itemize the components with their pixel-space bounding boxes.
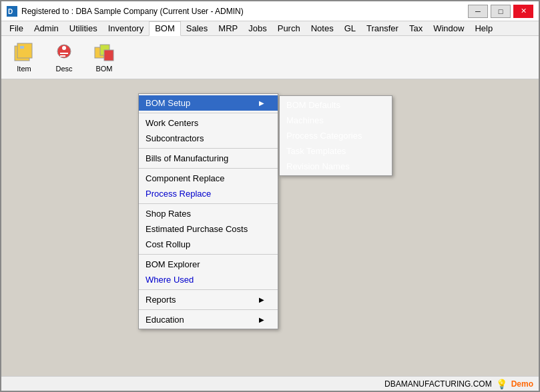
work-centers-label: Work Centers — [146, 118, 198, 128]
task-templates-item[interactable]: Task Templates — [280, 143, 392, 159]
separator-3 — [139, 168, 278, 169]
bom-defaults-item[interactable]: BOM Defaults — [280, 97, 392, 113]
bom-explorer-item[interactable]: BOM Explorer — [139, 257, 278, 272]
work-centers-item[interactable]: Work Centers — [139, 115, 278, 131]
menu-mrp[interactable]: MRP — [213, 21, 243, 36]
cost-rollup-item[interactable]: Cost Rollup — [139, 237, 278, 252]
bills-of-manufacturing-label: Bills of Manufacturing — [146, 153, 228, 163]
item-label: Item — [17, 65, 31, 73]
estimated-purchase-costs-label: Estimated Purchase Costs — [146, 224, 248, 234]
education-arrow: ▶ — [259, 316, 264, 323]
where-used-label: Where Used — [146, 275, 194, 285]
shop-rates-label: Shop Rates — [146, 209, 191, 219]
title-bar: D Registered to : DBA Sample Company (Cu… — [1, 1, 539, 21]
process-categories-label: Process Categories — [286, 131, 362, 141]
component-replace-item[interactable]: Component Replace — [139, 171, 278, 186]
bom-defaults-label: BOM Defaults — [286, 100, 340, 110]
process-replace-label: Process Replace — [146, 189, 211, 199]
app-icon: D — [7, 6, 17, 17]
toolbar: Item Desc BOM — [1, 36, 539, 79]
menu-notes[interactable]: Notes — [306, 21, 339, 36]
subcontractors-item[interactable]: Subcontractors — [139, 131, 278, 146]
task-templates-label: Task Templates — [286, 146, 346, 156]
title-text: Registered to : DBA Sample Company (Curr… — [21, 7, 244, 16]
separator-5 — [139, 254, 278, 255]
revision-names-item[interactable]: Revision Names — [280, 159, 392, 174]
menu-window[interactable]: Window — [428, 21, 469, 36]
separator-4 — [139, 203, 278, 204]
svg-rect-11 — [104, 50, 113, 61]
education-label: Education — [146, 315, 184, 325]
separator-7 — [139, 309, 278, 310]
maximize-button[interactable]: □ — [491, 5, 511, 18]
cost-rollup-label: Cost Rollup — [146, 239, 190, 249]
education-item[interactable]: Education ▶ — [139, 312, 278, 327]
svg-text:D: D — [8, 8, 13, 15]
status-bar: DBAMANUFACTURING.COM 💡 Demo — [1, 376, 539, 391]
menu-inventory[interactable]: Inventory — [103, 21, 149, 36]
menu-utilities[interactable]: Utilities — [64, 21, 103, 36]
desc-label: Desc — [55, 65, 72, 73]
shop-rates-item[interactable]: Shop Rates — [139, 206, 278, 221]
svg-rect-4 — [20, 46, 24, 49]
bom-setup-arrow: ▶ — [259, 99, 264, 107]
menu-tax[interactable]: Tax — [404, 21, 428, 36]
bom-setup-submenu: BOM Defaults Machines Process Categories… — [279, 95, 392, 176]
process-categories-item[interactable]: Process Categories — [280, 128, 392, 143]
menu-sales[interactable]: Sales — [181, 21, 214, 36]
menu-transfer[interactable]: Transfer — [361, 21, 404, 36]
desc-icon — [53, 42, 75, 63]
bom-explorer-label: BOM Explorer — [146, 259, 200, 269]
reports-label: Reports — [146, 295, 176, 305]
menu-help[interactable]: Help — [469, 21, 498, 36]
bom-setup-item[interactable]: BOM Setup ▶ BOM Defaults Machines Proces… — [139, 95, 278, 111]
bills-of-manufacturing-item[interactable]: Bills of Manufacturing — [139, 151, 278, 166]
reports-item[interactable]: Reports ▶ — [139, 292, 278, 307]
menu-file[interactable]: File — [4, 21, 29, 36]
website-text: DBAMANUFACTURING.COM — [384, 379, 492, 389]
separator-1 — [139, 113, 278, 113]
revision-names-label: Revision Names — [286, 161, 350, 171]
separator-6 — [139, 289, 278, 290]
demo-label: Demo — [511, 379, 533, 389]
menu-bom[interactable]: BOM — [149, 21, 181, 36]
component-replace-label: Component Replace — [146, 173, 225, 183]
process-replace-item[interactable]: Process Replace — [139, 186, 278, 201]
content-area: BOM Setup ▶ BOM Defaults Machines Proces… — [1, 79, 539, 391]
close-button[interactable]: ✕ — [513, 5, 533, 18]
app-window: D Registered to : DBA Sample Company (Cu… — [0, 0, 540, 392]
bom-label: BOM — [95, 65, 112, 73]
toolbar-item-button[interactable]: Item — [7, 39, 41, 76]
estimated-purchase-costs-item[interactable]: Estimated Purchase Costs — [139, 221, 278, 237]
toolbar-desc-button[interactable]: Desc — [47, 39, 81, 76]
machines-label: Machines — [286, 115, 324, 125]
where-used-item[interactable]: Where Used — [139, 272, 278, 287]
minimize-button[interactable]: ─ — [468, 5, 488, 18]
menu-purch[interactable]: Purch — [272, 21, 306, 36]
menu-bar: File Admin Utilities Inventory BOM Sales… — [1, 21, 539, 36]
subcontractors-label: Subcontractors — [146, 133, 204, 143]
title-bar-controls: ─ □ ✕ — [468, 5, 533, 18]
bulb-icon: 💡 — [496, 379, 507, 389]
bom-menu: BOM Setup ▶ BOM Defaults Machines Proces… — [138, 93, 278, 329]
reports-arrow: ▶ — [259, 296, 264, 303]
title-bar-left: D Registered to : DBA Sample Company (Cu… — [7, 6, 244, 17]
menu-gl[interactable]: GL — [339, 21, 361, 36]
svg-rect-8 — [60, 55, 65, 57]
bom-dropdown: BOM Setup ▶ BOM Defaults Machines Proces… — [138, 93, 278, 329]
svg-rect-7 — [60, 53, 68, 54]
toolbar-bom-button[interactable]: BOM — [87, 39, 121, 76]
svg-rect-3 — [17, 43, 32, 58]
item-icon — [13, 42, 35, 63]
svg-point-6 — [62, 46, 66, 50]
menu-admin[interactable]: Admin — [29, 21, 64, 36]
menu-jobs[interactable]: Jobs — [243, 21, 272, 36]
bom-icon — [93, 42, 115, 63]
machines-item[interactable]: Machines — [280, 113, 392, 128]
separator-2 — [139, 148, 278, 149]
bom-setup-label: BOM Setup — [146, 98, 190, 108]
status-right: DBAMANUFACTURING.COM 💡 Demo — [384, 379, 533, 389]
